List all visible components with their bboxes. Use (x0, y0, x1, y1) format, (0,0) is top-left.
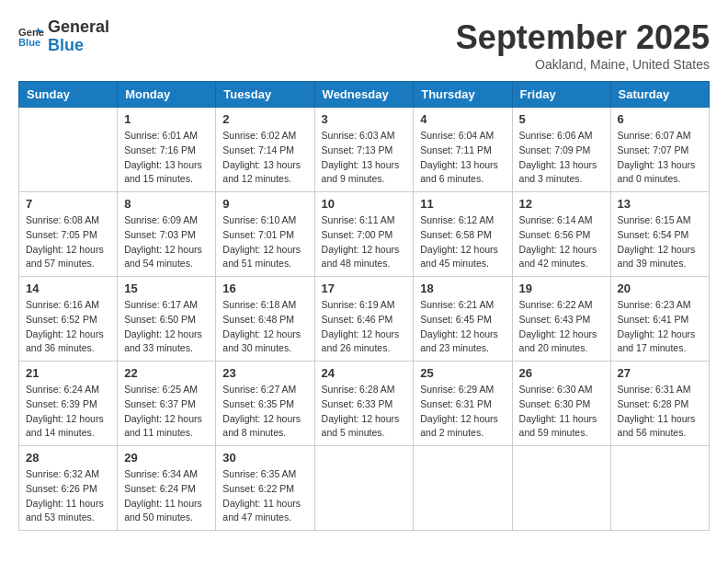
calendar-cell (512, 446, 610, 531)
calendar-cell: 20Sunrise: 6:23 AM Sunset: 6:41 PM Dayli… (610, 277, 709, 362)
day-number: 1 (124, 112, 209, 126)
day-number: 23 (222, 366, 307, 380)
day-number: 29 (124, 451, 209, 465)
calendar-week-2: 7Sunrise: 6:08 AM Sunset: 7:05 PM Daylig… (19, 192, 710, 277)
day-info: Sunrise: 6:19 AM Sunset: 6:46 PM Dayligh… (322, 298, 407, 356)
day-number: 3 (322, 112, 407, 126)
calendar-cell (314, 446, 414, 531)
day-info: Sunrise: 6:01 AM Sunset: 7:16 PM Dayligh… (124, 129, 209, 187)
day-info: Sunrise: 6:31 AM Sunset: 6:28 PM Dayligh… (618, 383, 702, 441)
title-area: September 2025 Oakland, Maine, United St… (456, 18, 710, 72)
day-number: 8 (124, 197, 209, 211)
day-number: 20 (618, 282, 702, 295)
day-info: Sunrise: 6:34 AM Sunset: 6:24 PM Dayligh… (124, 467, 209, 525)
calendar-cell: 24Sunrise: 6:28 AM Sunset: 6:33 PM Dayli… (314, 362, 414, 446)
calendar-week-4: 21Sunrise: 6:24 AM Sunset: 6:39 PM Dayli… (19, 362, 710, 446)
day-number: 13 (618, 197, 702, 211)
svg-text:Blue: Blue (18, 37, 40, 48)
day-info: Sunrise: 6:10 AM Sunset: 7:01 PM Dayligh… (222, 213, 307, 271)
calendar-week-3: 14Sunrise: 6:16 AM Sunset: 6:52 PM Dayli… (19, 277, 710, 362)
day-info: Sunrise: 6:16 AM Sunset: 6:52 PM Dayligh… (26, 298, 110, 356)
calendar-cell: 3Sunrise: 6:03 AM Sunset: 7:13 PM Daylig… (314, 108, 414, 192)
page-header: General Blue General Blue September 2025… (18, 18, 710, 72)
month-title: September 2025 (456, 18, 710, 57)
calendar-cell: 26Sunrise: 6:30 AM Sunset: 6:30 PM Dayli… (512, 362, 610, 446)
day-number: 19 (519, 282, 604, 295)
calendar-cell: 6Sunrise: 6:07 AM Sunset: 7:07 PM Daylig… (610, 108, 709, 192)
logo-line2: Blue (48, 37, 109, 55)
day-info: Sunrise: 6:03 AM Sunset: 7:13 PM Dayligh… (322, 129, 407, 187)
day-info: Sunrise: 6:09 AM Sunset: 7:03 PM Dayligh… (124, 213, 209, 271)
calendar-cell: 7Sunrise: 6:08 AM Sunset: 7:05 PM Daylig… (19, 192, 118, 277)
calendar-cell: 1Sunrise: 6:01 AM Sunset: 7:16 PM Daylig… (118, 108, 216, 192)
day-info: Sunrise: 6:28 AM Sunset: 6:33 PM Dayligh… (322, 383, 407, 441)
day-info: Sunrise: 6:18 AM Sunset: 6:48 PM Dayligh… (222, 298, 307, 356)
calendar-cell: 25Sunrise: 6:29 AM Sunset: 6:31 PM Dayli… (414, 362, 512, 446)
day-number: 27 (618, 366, 702, 380)
calendar-cell (414, 446, 512, 531)
day-info: Sunrise: 6:02 AM Sunset: 7:14 PM Dayligh… (222, 129, 307, 187)
column-header-saturday: Saturday (610, 82, 709, 108)
calendar-cell: 12Sunrise: 6:14 AM Sunset: 6:56 PM Dayli… (512, 192, 610, 277)
day-number: 25 (420, 366, 505, 380)
calendar-cell: 23Sunrise: 6:27 AM Sunset: 6:35 PM Dayli… (216, 362, 314, 446)
day-info: Sunrise: 6:23 AM Sunset: 6:41 PM Dayligh… (618, 298, 702, 356)
calendar-cell: 9Sunrise: 6:10 AM Sunset: 7:01 PM Daylig… (216, 192, 314, 277)
day-info: Sunrise: 6:07 AM Sunset: 7:07 PM Dayligh… (618, 129, 702, 187)
day-info: Sunrise: 6:35 AM Sunset: 6:22 PM Dayligh… (222, 467, 307, 525)
calendar-cell: 11Sunrise: 6:12 AM Sunset: 6:58 PM Dayli… (414, 192, 512, 277)
day-number: 26 (519, 366, 604, 380)
calendar-cell (19, 108, 118, 192)
column-header-sunday: Sunday (19, 82, 118, 108)
calendar-cell: 22Sunrise: 6:25 AM Sunset: 6:37 PM Dayli… (118, 362, 216, 446)
day-info: Sunrise: 6:06 AM Sunset: 7:09 PM Dayligh… (519, 129, 604, 187)
day-number: 7 (26, 197, 110, 211)
logo-line1: General (48, 18, 109, 37)
day-info: Sunrise: 6:32 AM Sunset: 6:26 PM Dayligh… (26, 467, 110, 525)
day-number: 15 (124, 282, 209, 295)
day-number: 6 (618, 112, 702, 126)
day-number: 11 (420, 197, 505, 211)
calendar-cell: 4Sunrise: 6:04 AM Sunset: 7:11 PM Daylig… (414, 108, 512, 192)
day-number: 4 (420, 112, 505, 126)
calendar-header-row: SundayMondayTuesdayWednesdayThursdayFrid… (19, 82, 710, 108)
calendar-week-5: 28Sunrise: 6:32 AM Sunset: 6:26 PM Dayli… (19, 446, 710, 531)
day-number: 28 (26, 451, 110, 465)
logo-icon: General Blue (18, 24, 44, 50)
calendar-cell: 14Sunrise: 6:16 AM Sunset: 6:52 PM Dayli… (19, 277, 118, 362)
day-info: Sunrise: 6:27 AM Sunset: 6:35 PM Dayligh… (222, 383, 307, 441)
logo-text: General Blue (48, 18, 109, 55)
day-info: Sunrise: 6:17 AM Sunset: 6:50 PM Dayligh… (124, 298, 209, 356)
calendar-cell: 30Sunrise: 6:35 AM Sunset: 6:22 PM Dayli… (216, 446, 314, 531)
calendar-cell: 10Sunrise: 6:11 AM Sunset: 7:00 PM Dayli… (314, 192, 414, 277)
calendar-cell: 8Sunrise: 6:09 AM Sunset: 7:03 PM Daylig… (118, 192, 216, 277)
day-number: 5 (519, 112, 604, 126)
day-number: 10 (322, 197, 407, 211)
column-header-wednesday: Wednesday (314, 82, 414, 108)
calendar-cell: 15Sunrise: 6:17 AM Sunset: 6:50 PM Dayli… (118, 277, 216, 362)
calendar-cell: 29Sunrise: 6:34 AM Sunset: 6:24 PM Dayli… (118, 446, 216, 531)
calendar-cell: 17Sunrise: 6:19 AM Sunset: 6:46 PM Dayli… (314, 277, 414, 362)
day-number: 17 (322, 282, 407, 295)
day-number: 30 (222, 451, 307, 465)
calendar-cell: 2Sunrise: 6:02 AM Sunset: 7:14 PM Daylig… (216, 108, 314, 192)
day-info: Sunrise: 6:14 AM Sunset: 6:56 PM Dayligh… (519, 213, 604, 271)
day-info: Sunrise: 6:04 AM Sunset: 7:11 PM Dayligh… (420, 129, 505, 187)
calendar-cell: 19Sunrise: 6:22 AM Sunset: 6:43 PM Dayli… (512, 277, 610, 362)
calendar-cell: 21Sunrise: 6:24 AM Sunset: 6:39 PM Dayli… (19, 362, 118, 446)
column-header-monday: Monday (118, 82, 216, 108)
day-number: 22 (124, 366, 209, 380)
calendar-cell (610, 446, 709, 531)
day-info: Sunrise: 6:11 AM Sunset: 7:00 PM Dayligh… (322, 213, 407, 271)
day-info: Sunrise: 6:08 AM Sunset: 7:05 PM Dayligh… (26, 213, 110, 271)
day-info: Sunrise: 6:25 AM Sunset: 6:37 PM Dayligh… (124, 383, 209, 441)
calendar-cell: 13Sunrise: 6:15 AM Sunset: 6:54 PM Dayli… (610, 192, 709, 277)
day-number: 12 (519, 197, 604, 211)
day-info: Sunrise: 6:21 AM Sunset: 6:45 PM Dayligh… (420, 298, 505, 356)
day-number: 18 (420, 282, 505, 295)
calendar-cell: 18Sunrise: 6:21 AM Sunset: 6:45 PM Dayli… (414, 277, 512, 362)
day-number: 2 (222, 112, 307, 126)
calendar-cell: 27Sunrise: 6:31 AM Sunset: 6:28 PM Dayli… (610, 362, 709, 446)
logo: General Blue General Blue (18, 18, 109, 55)
day-number: 14 (26, 282, 110, 295)
